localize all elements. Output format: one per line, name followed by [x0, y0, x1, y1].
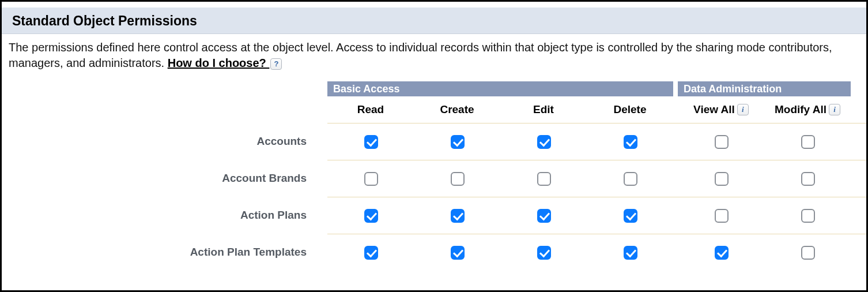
column-header-read: Read — [327, 103, 414, 116]
table-row — [327, 160, 866, 197]
perm-checkbox-create[interactable] — [451, 209, 465, 223]
perm-cell-delete — [587, 244, 673, 261]
perm-cell-modify-all — [764, 244, 851, 261]
permissions-table: AccountsAccount BrandsAction PlansAction… — [2, 74, 866, 271]
perm-cell-create — [414, 170, 500, 188]
perm-cell-delete — [587, 207, 673, 224]
perm-checkbox-view-all[interactable] — [715, 246, 729, 260]
perm-cell-delete — [587, 133, 673, 151]
help-icon[interactable]: ? — [270, 58, 282, 70]
description-text: The permissions defined here control acc… — [9, 41, 832, 69]
perm-cell-create — [414, 207, 500, 224]
perm-checkbox-read[interactable] — [364, 209, 378, 223]
group-header-admin: Data Administration — [678, 81, 851, 96]
perm-cell-view-all — [678, 170, 764, 188]
column-header-create: Create — [414, 103, 500, 116]
row-label: Action Plans — [2, 197, 327, 234]
perm-checkbox-edit[interactable] — [537, 246, 551, 260]
column-header-modify-all-text: Modify All — [775, 103, 827, 116]
perm-cell-view-all — [678, 244, 764, 261]
perm-cell-view-all — [678, 133, 764, 151]
perm-cell-create — [414, 244, 500, 261]
perm-checkbox-read[interactable] — [364, 246, 378, 260]
section-header: Standard Object Permissions — [2, 8, 866, 34]
table-row — [327, 123, 866, 160]
perm-checkbox-modify-all[interactable] — [801, 209, 815, 223]
perm-checkbox-read[interactable] — [364, 135, 378, 149]
perm-cell-read — [327, 244, 414, 261]
perm-cell-modify-all — [764, 170, 851, 188]
column-header-edit: Edit — [500, 103, 587, 116]
permissions-grid: Basic Access Data Administration Read Cr… — [327, 81, 866, 271]
group-header-row: Basic Access Data Administration — [327, 81, 866, 96]
perm-cell-modify-all — [764, 133, 851, 151]
table-row — [327, 234, 866, 271]
perm-checkbox-delete[interactable] — [624, 172, 637, 186]
perm-checkbox-delete[interactable] — [624, 209, 637, 223]
perm-cell-view-all — [678, 207, 764, 224]
perm-cell-edit — [500, 170, 587, 188]
how-do-i-choose-link[interactable]: How do I choose? — [168, 57, 270, 69]
table-row — [327, 197, 866, 234]
group-header-basic: Basic Access — [327, 81, 673, 96]
perm-cell-edit — [500, 133, 587, 151]
perm-checkbox-create[interactable] — [451, 246, 465, 260]
perm-cell-edit — [500, 207, 587, 224]
perm-checkbox-modify-all[interactable] — [801, 172, 815, 186]
perm-cell-read — [327, 170, 414, 188]
perm-cell-read — [327, 133, 414, 151]
perm-checkbox-view-all[interactable] — [715, 209, 729, 223]
perm-checkbox-edit[interactable] — [537, 172, 551, 186]
perm-cell-create — [414, 133, 500, 151]
row-label: Accounts — [2, 123, 327, 160]
perm-checkbox-view-all[interactable] — [715, 172, 729, 186]
column-header-view-all: View All i — [678, 103, 764, 116]
perm-cell-edit — [500, 244, 587, 261]
section-title: Standard Object Permissions — [12, 13, 856, 29]
perm-checkbox-edit[interactable] — [537, 135, 551, 149]
perm-checkbox-read[interactable] — [364, 172, 378, 186]
info-icon[interactable]: i — [737, 104, 749, 115]
perm-checkbox-modify-all[interactable] — [801, 246, 815, 260]
perm-checkbox-create[interactable] — [451, 172, 465, 186]
perm-checkbox-delete[interactable] — [624, 246, 637, 260]
section-description: The permissions defined here control acc… — [2, 34, 866, 74]
row-label: Account Brands — [2, 160, 327, 197]
perm-checkbox-delete[interactable] — [624, 135, 637, 149]
perm-checkbox-create[interactable] — [451, 135, 465, 149]
column-header-modify-all: Modify All i — [764, 103, 851, 116]
perm-cell-delete — [587, 170, 673, 188]
info-icon[interactable]: i — [829, 104, 840, 115]
row-label: Action Plan Templates — [2, 234, 327, 271]
column-header-row: Read Create Edit Delete View All i Modif… — [327, 96, 866, 123]
column-header-view-all-text: View All — [693, 103, 735, 116]
perm-checkbox-modify-all[interactable] — [801, 135, 815, 149]
perm-checkbox-view-all[interactable] — [715, 135, 729, 149]
column-header-delete: Delete — [587, 103, 673, 116]
perm-cell-modify-all — [764, 207, 851, 224]
perm-checkbox-edit[interactable] — [537, 209, 551, 223]
row-labels-column: AccountsAccount BrandsAction PlansAction… — [2, 81, 327, 271]
perm-cell-read — [327, 207, 414, 224]
